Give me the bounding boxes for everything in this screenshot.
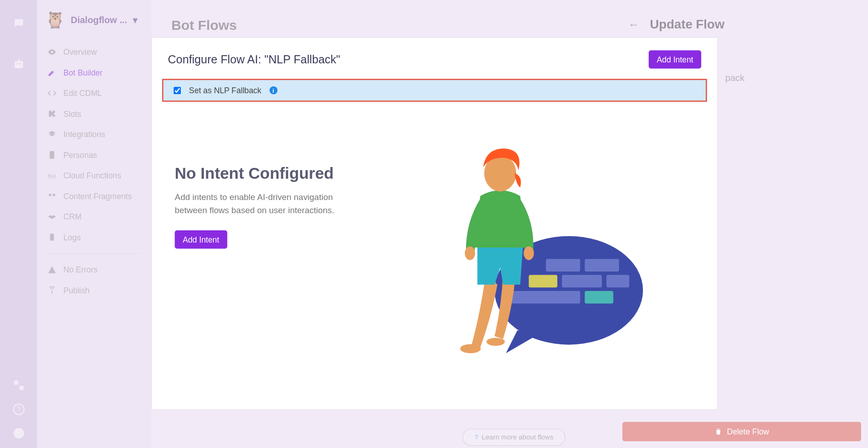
chat-icon xyxy=(12,17,25,30)
owl-icon: 🦉 xyxy=(45,10,65,29)
modal-title: Configure Flow AI: "NLP Fallback" xyxy=(168,53,340,66)
nav-personas: Personas xyxy=(37,145,151,165)
learn-more-pill: ? Learn more about flows xyxy=(462,429,565,446)
robot-icon xyxy=(12,58,25,71)
warning-icon xyxy=(47,265,57,274)
help-circle-icon: ? xyxy=(475,433,478,441)
project-selector: 🦉 Dialogflow ... ▾ xyxy=(37,10,151,42)
quote-icon xyxy=(47,191,57,200)
nav-edit-cdml: Edit CDML xyxy=(37,83,151,103)
add-intent-button-empty[interactable]: Add Intent xyxy=(175,230,227,248)
right-panel-title: Update Flow xyxy=(650,17,724,32)
sidebar: 🦉 Dialogflow ... ▾ Overview Bot Builder … xyxy=(37,0,151,448)
nav-overview: Overview xyxy=(37,42,151,62)
svg-point-2 xyxy=(13,428,24,438)
empty-state-description: Add intents to enable AI-driven navigati… xyxy=(175,191,358,217)
icon-rail: ? xyxy=(0,0,37,448)
svg-rect-5 xyxy=(546,259,580,272)
svg-point-14 xyxy=(465,246,475,260)
nav-crm: CRM xyxy=(37,206,151,227)
svg-rect-6 xyxy=(585,259,619,272)
delete-flow-button[interactable]: Delete Flow xyxy=(623,422,861,441)
svg-point-12 xyxy=(460,344,481,353)
svg-text:?: ? xyxy=(17,405,21,413)
function-icon: f(x) xyxy=(47,171,57,180)
configure-flow-modal: Configure Flow AI: "NLP Fallback" Add In… xyxy=(152,38,717,409)
handshake-icon xyxy=(47,212,57,221)
nav-divider xyxy=(47,253,141,254)
nav-bot-builder: Bot Builder xyxy=(37,62,151,83)
caret-down-icon: ▾ xyxy=(133,14,137,25)
nav-integrations: Integrations xyxy=(37,124,151,144)
eye-icon xyxy=(47,48,57,57)
svg-text:f(x): f(x) xyxy=(48,173,56,179)
clipboard-icon xyxy=(47,233,57,242)
svg-rect-10 xyxy=(511,291,580,304)
empty-state-title: No Intent Configured xyxy=(175,165,409,183)
nav-slots: Slots xyxy=(37,104,151,124)
code-icon xyxy=(47,89,57,98)
nav-no-errors: No Errors xyxy=(37,259,151,280)
empty-state: No Intent Configured Add intents to enab… xyxy=(152,102,717,359)
svg-rect-11 xyxy=(585,291,613,304)
project-name: Dialogflow ... xyxy=(71,14,127,25)
nlp-fallback-label: Set as NLP Fallback xyxy=(189,86,261,95)
translate-icon xyxy=(12,379,25,391)
nlp-fallback-checkbox[interactable] xyxy=(174,86,181,94)
right-breadcrumb: pack xyxy=(725,73,868,84)
add-intent-button-header[interactable]: Add Intent xyxy=(649,50,701,68)
svg-rect-9 xyxy=(606,275,629,288)
svg-point-13 xyxy=(486,338,505,346)
person-icon xyxy=(47,150,57,159)
puzzle-icon xyxy=(47,109,57,118)
svg-rect-7 xyxy=(528,275,557,288)
help-icon: ? xyxy=(12,403,25,415)
svg-rect-8 xyxy=(562,275,602,288)
broadcast-icon xyxy=(47,286,57,295)
illustration-person-chat xyxy=(448,142,654,359)
page-title: Bot Flows xyxy=(171,17,237,33)
account-icon xyxy=(12,427,25,440)
pencil-icon xyxy=(47,68,57,77)
svg-point-15 xyxy=(524,246,534,260)
nav-cloud-functions: f(x)Cloud Functions xyxy=(37,165,151,186)
right-panel-header: ← Update Flow xyxy=(628,17,868,32)
nlp-fallback-row[interactable]: Set as NLP Fallback i xyxy=(162,79,707,102)
trash-icon xyxy=(714,428,722,436)
modal-header: Configure Flow AI: "NLP Fallback" Add In… xyxy=(152,38,717,79)
back-arrow-icon: ← xyxy=(628,18,639,31)
nav-publish: Publish xyxy=(37,280,151,300)
nav-content-fragments: Content Fragments xyxy=(37,186,151,206)
layers-icon xyxy=(47,130,57,139)
svg-point-0 xyxy=(13,404,24,415)
delete-flow-label: Delete Flow xyxy=(727,427,769,436)
info-icon[interactable]: i xyxy=(269,86,278,95)
nav-logs: Logs xyxy=(37,227,151,247)
